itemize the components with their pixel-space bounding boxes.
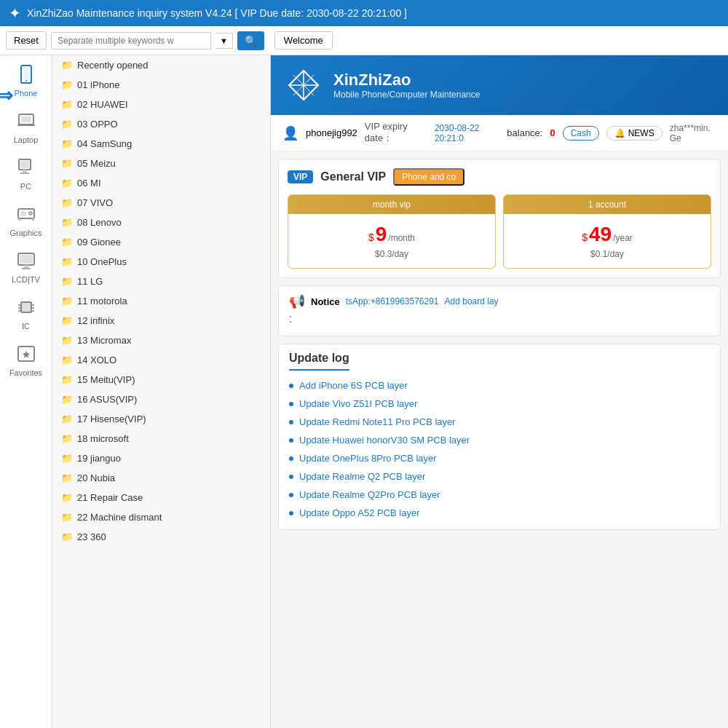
sidebar-item-favorites[interactable]: Favorites [1, 338, 52, 383]
svg-rect-17 [22, 268, 31, 269]
file-list-item[interactable]: 📁06 MI [52, 173, 270, 193]
bell-icon: 🔔 [614, 128, 625, 138]
file-list-item[interactable]: 📁04 SamSung [52, 134, 270, 154]
file-list-item[interactable]: 📁11 motorola [52, 291, 270, 311]
sidebar-item-laptop[interactable]: Laptop [1, 105, 52, 150]
file-label: 23 360 [77, 531, 106, 542]
update-log-item[interactable]: Add iPhone 6S PCB layer [289, 376, 710, 395]
main-layout: ⇒ Phone Laptop [0, 55, 728, 728]
file-label: 11 motorola [77, 296, 127, 306]
update-log-item[interactable]: Update Realme Q2Pro PCB layer [289, 486, 710, 504]
update-link[interactable]: Update Oppo A52 PCB layer [299, 507, 420, 518]
folder-icon: 📁 [61, 79, 73, 90]
vip-plan-header-1: 1 account [504, 195, 711, 214]
sidebar-lcd-label: LCD|TV [12, 275, 40, 284]
file-list-item[interactable]: 📁20 Nubia [52, 468, 270, 488]
folder-icon: 📁 [61, 237, 73, 248]
welcome-button[interactable]: Welcome [274, 31, 333, 50]
file-label: 13 Micromax [77, 335, 131, 346]
file-list-item[interactable]: 📁15 Meitu(VIP) [52, 370, 270, 389]
folder-icon: 📁 [61, 355, 73, 365]
sidebar-graphics-label: Graphics [9, 229, 41, 237]
search-dropdown[interactable]: ▼ [215, 33, 233, 49]
news-button[interactable]: 🔔 NEWS [606, 126, 662, 141]
search-input[interactable] [51, 32, 211, 50]
username-text: phonejig992 [306, 127, 357, 138]
folder-icon: 📁 [61, 492, 73, 503]
update-log-section: Update log Add iPhone 6S PCB layerUpdate… [278, 344, 721, 530]
file-list-item[interactable]: 📁03 OPPO [52, 114, 270, 134]
notice-board[interactable]: Add board lay [445, 296, 499, 306]
file-label: 07 VIVO [77, 197, 113, 208]
sidebar-item-pc[interactable]: PC [1, 151, 52, 197]
update-link[interactable]: Update OnePlus 8Pro PCB layer [299, 453, 437, 464]
file-list-item[interactable]: 📁12 infinix [52, 311, 270, 331]
cash-button[interactable]: Cash [563, 126, 599, 141]
update-log-item[interactable]: Update Vivo Z51I PCB layer [289, 395, 710, 413]
file-list-item[interactable]: 📁21 Repair Case [52, 488, 270, 507]
file-list-item[interactable]: 📁22 Machine dismant [52, 507, 270, 527]
file-list-item[interactable]: 📁11 LG [52, 272, 270, 291]
update-link[interactable]: Update Redmi Note11 Pro PCB layer [299, 416, 456, 427]
reset-button[interactable]: Reset [6, 31, 47, 50]
update-dot [289, 456, 293, 461]
file-list-item[interactable]: 📁16 ASUS(VIP) [52, 389, 270, 409]
file-label: 04 SamSung [77, 138, 132, 149]
file-list-item[interactable]: 📁02 HUAWEI [52, 95, 270, 114]
folder-icon: 📁 [61, 119, 73, 130]
balance-label: balance: [507, 127, 542, 138]
perday-1: $0.1/day [513, 249, 702, 259]
phone-and-button[interactable]: Phone and co [393, 168, 464, 186]
sidebar-item-ic[interactable]: IC [1, 291, 52, 336]
pc-icon [16, 157, 36, 181]
period-1: /year [613, 233, 633, 243]
update-link[interactable]: Update Vivo Z51I PCB layer [299, 398, 417, 409]
vip-badge: VIP [288, 170, 313, 183]
update-log-item[interactable]: Update Redmi Note11 Pro PCB layer [289, 413, 710, 431]
update-log-item[interactable]: Update Oppo A52 PCB layer [289, 504, 710, 522]
file-list-item[interactable]: 📁10 OnePlus [52, 252, 270, 272]
update-log-item[interactable]: Update OnePlus 8Pro PCB layer [289, 449, 710, 467]
banner: XinZhiZao Mobile Phone/Computer Maintena… [271, 55, 728, 115]
update-log-item[interactable]: Update Realme Q2 PCB layer [289, 467, 710, 486]
sidebar-item-graphics[interactable]: Graphics [1, 198, 52, 243]
file-list-item[interactable]: 📁07 VIVO [52, 193, 270, 213]
update-dot [289, 438, 293, 443]
banner-subtitle: Mobile Phone/Computer Maintenance [333, 90, 480, 100]
vip-plan-0[interactable]: month vip $ 9 /month $0.3/day [288, 194, 496, 269]
update-link[interactable]: Add iPhone 6S PCB layer [299, 380, 408, 391]
folder-icon: 📁 [61, 99, 73, 110]
file-list-item[interactable]: 📁13 Micromax [52, 331, 270, 350]
file-list-item[interactable]: 📁14 XOLO [52, 350, 270, 370]
file-list-panel: 📁Recently opened📁01 iPhone📁02 HUAWEI📁03 … [52, 55, 271, 728]
sidebar-pc-label: PC [20, 182, 31, 191]
folder-icon: 📁 [61, 472, 73, 483]
vip-plan-1[interactable]: 1 account $ 49 /year $0.1/day [503, 194, 711, 269]
folder-icon: 📁 [61, 531, 73, 542]
file-list-item[interactable]: 📁01 iPhone [52, 75, 270, 95]
update-link[interactable]: Update Realme Q2Pro PCB layer [299, 489, 440, 500]
file-list-item[interactable]: 📁05 Meizu [52, 154, 270, 173]
svg-point-11 [29, 212, 32, 215]
favorites-icon [16, 344, 36, 367]
update-link[interactable]: Update Realme Q2 PCB layer [299, 471, 425, 482]
update-link[interactable]: Update Huawei honorV30 SM PCB layer [299, 435, 470, 446]
currency-0: $ [368, 232, 374, 243]
file-list-item[interactable]: 📁08 Lenovo [52, 213, 270, 232]
file-list-item[interactable]: 📁Recently opened [52, 55, 270, 75]
notice-tsapp: tsApp:+8619963576291 [346, 296, 439, 306]
vip-date-text: 2030-08-22 20:21:0 [435, 123, 499, 143]
file-list-item[interactable]: 📁19 jianguo [52, 448, 270, 468]
file-list-item[interactable]: 📁18 microsoft [52, 429, 270, 448]
title-text: XinZhiZao Maintenance inquiry system V4.… [27, 7, 407, 19]
file-list-item[interactable]: 📁09 Gionee [52, 232, 270, 252]
news-label: NEWS [628, 128, 654, 138]
sidebar-item-lcd[interactable]: LCD|TV [1, 245, 52, 290]
update-log-item[interactable]: Update Huawei honorV30 SM PCB layer [289, 431, 710, 449]
file-label: 12 infinix [77, 315, 114, 326]
folder-icon: 📁 [61, 197, 73, 208]
file-list-item[interactable]: 📁23 360 [52, 527, 270, 547]
svg-rect-7 [23, 170, 27, 173]
file-list-item[interactable]: 📁17 Hisense(VIP) [52, 409, 270, 429]
search-button[interactable]: 🔍 [237, 31, 264, 50]
